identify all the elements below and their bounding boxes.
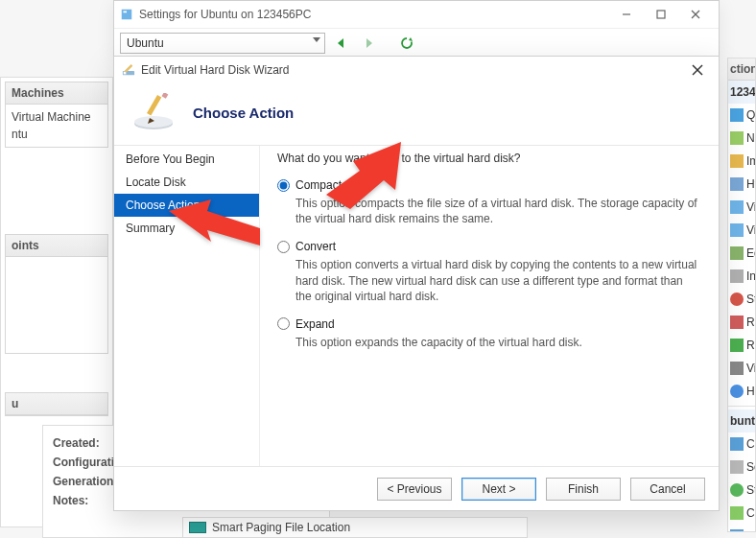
action-item[interactable]: He (728, 380, 755, 403)
vm-item-ubuntu[interactable]: ntu (12, 126, 102, 143)
wizard-graphic-icon (131, 93, 176, 131)
next-button[interactable]: Next > (461, 478, 536, 501)
cancel-button[interactable]: Cancel (630, 478, 705, 501)
background-actions-panel: ctions 123456 Qu Ne Im Hy Vir Vir Ed In:… (727, 58, 756, 532)
svg-marker-18 (326, 142, 401, 209)
nav-forward-button[interactable] (358, 33, 379, 54)
vm-selector-value: Ubuntu (127, 36, 164, 50)
wizard-title: Edit Virtual Hard Disk Wizard (141, 63, 684, 77)
settings-toolbar: Ubuntu (114, 28, 719, 57)
action-item[interactable]: Hy (728, 173, 755, 196)
settings-app-icon (120, 8, 133, 21)
chevron-down-icon (313, 37, 320, 42)
minimize-button[interactable] (609, 3, 644, 26)
action-item[interactable]: Vir (728, 196, 755, 219)
close-icon[interactable] (684, 58, 711, 82)
svg-marker-6 (338, 38, 343, 48)
wizard-heading: Choose Action (193, 105, 294, 121)
svg-rect-1 (124, 12, 128, 13)
action-item[interactable]: Ch (728, 502, 755, 525)
action-item[interactable]: Im (728, 150, 755, 173)
svg-point-14 (134, 116, 173, 128)
option-convert-desc: This option converts a virtual hard disk… (295, 257, 701, 304)
finish-button[interactable]: Finish (546, 478, 621, 501)
action-item[interactable]: Co (728, 433, 755, 456)
u-panel-head: u (6, 393, 107, 415)
nav-back-button[interactable] (331, 33, 352, 54)
refresh-button[interactable] (396, 33, 417, 54)
actions-ubuntu-group: buntu (730, 414, 755, 428)
close-button[interactable] (678, 3, 713, 26)
checkpoints-panel-head: oints (6, 235, 107, 257)
actions-group: 123456 (730, 85, 755, 99)
svg-rect-15 (147, 95, 161, 116)
machines-panel-head: Machines (6, 82, 107, 105)
svg-rect-3 (657, 11, 665, 18)
action-item[interactable]: Se (728, 456, 755, 479)
previous-button[interactable]: < Previous (377, 478, 452, 501)
action-item[interactable]: Re (728, 311, 755, 334)
vm-selector-dropdown[interactable]: Ubuntu (120, 33, 325, 54)
action-item[interactable]: Mc (728, 525, 755, 532)
radio-compact[interactable] (277, 179, 290, 192)
wizard-footer: < Previous Next > Finish Cancel (114, 466, 719, 510)
radio-expand-label[interactable]: Expand (295, 317, 335, 331)
vhd-icon (122, 63, 135, 77)
svg-rect-17 (162, 93, 169, 99)
action-item[interactable]: Vir (728, 219, 755, 242)
radio-convert-label[interactable]: Convert (295, 240, 336, 253)
svg-marker-7 (366, 38, 372, 48)
svg-rect-0 (122, 10, 132, 20)
settings-window: Settings for Ubuntu on 123456PC Ubuntu (113, 0, 720, 58)
action-item[interactable]: Re (728, 334, 755, 357)
action-item[interactable]: Sta (728, 479, 755, 502)
wizard-header: Choose Action (114, 83, 719, 145)
nav-locate-disk[interactable]: Locate Disk (114, 171, 259, 194)
settings-title: Settings for Ubuntu on 123456PC (139, 8, 609, 21)
nav-before-you-begin[interactable]: Before You Begin (114, 148, 259, 171)
wizard-titlebar[interactable]: Edit Virtual Hard Disk Wizard (114, 57, 719, 83)
action-item[interactable]: Vie (728, 357, 755, 380)
maximize-button[interactable] (644, 3, 678, 26)
settings-titlebar[interactable]: Settings for Ubuntu on 123456PC (114, 1, 719, 28)
smart-paging-label: Smart Paging File Location (212, 521, 350, 534)
option-expand: Expand This option expands the capacity … (277, 317, 701, 350)
annotation-arrow-compact (326, 137, 413, 209)
annotation-arrow-choose-action (169, 199, 260, 259)
radio-expand[interactable] (277, 317, 290, 330)
radio-convert[interactable] (277, 241, 290, 253)
disk-icon (189, 522, 206, 533)
vm-item[interactable]: Virtual Machine (12, 108, 102, 126)
action-item[interactable]: Ed (728, 242, 755, 265)
option-convert: Convert This option converts a virtual h… (277, 240, 701, 304)
svg-marker-19 (169, 199, 260, 246)
action-item[interactable]: Ne (728, 127, 755, 150)
action-item[interactable]: Qu (728, 104, 755, 127)
wizard-nav: Before You Begin Locate Disk Choose Acti… (114, 146, 260, 466)
edit-vhd-wizard: Edit Virtual Hard Disk Wizard Choose Act… (113, 56, 720, 511)
svg-marker-8 (409, 37, 413, 41)
actions-head: ctions (728, 58, 755, 81)
action-item[interactable]: In: (728, 265, 755, 288)
action-item[interactable]: Sto (728, 288, 755, 311)
smart-paging-row[interactable]: Smart Paging File Location (182, 517, 528, 538)
option-expand-desc: This option expands the capacity of the … (295, 335, 701, 350)
